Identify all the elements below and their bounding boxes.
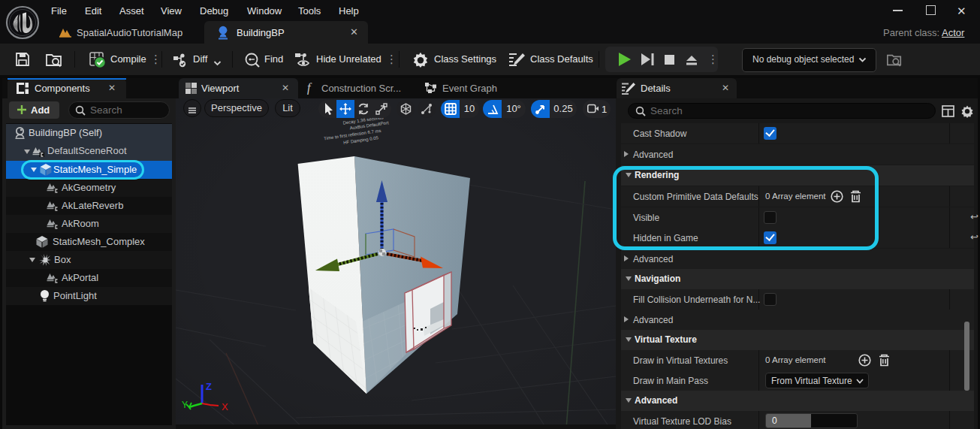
svg-text:X: X xyxy=(222,401,228,412)
svg-text:Y: Y xyxy=(182,400,188,410)
svg-text:Z: Z xyxy=(206,381,212,392)
